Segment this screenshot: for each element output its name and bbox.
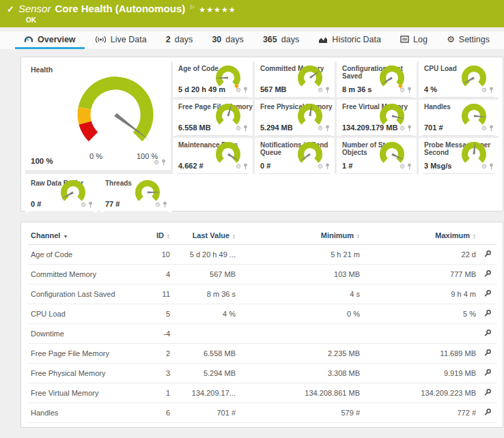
gear-icon[interactable]: ⚙ bbox=[236, 164, 241, 170]
tab-365-days[interactable]: 365days bbox=[254, 31, 308, 49]
channel-settings-button[interactable] bbox=[484, 329, 492, 337]
cell-id: 5 bbox=[143, 304, 173, 324]
gauge-value: 6.558 MB bbox=[178, 123, 211, 132]
pin-icon[interactable] bbox=[243, 87, 248, 93]
tab-log[interactable]: Log bbox=[391, 31, 436, 49]
gear-icon[interactable]: ⚙ bbox=[400, 164, 405, 170]
column-header-minimum[interactable]: Minimum▲▼ bbox=[238, 225, 363, 245]
column-header-channel[interactable]: Channel▼ bbox=[28, 225, 143, 245]
gauge-panel-maintenance-days: Maintenance Days4.662 # ⚙ bbox=[173, 138, 253, 174]
pin-icon[interactable] bbox=[325, 125, 330, 132]
wrench-icon bbox=[484, 309, 492, 317]
flag-icon[interactable]: ⚐ bbox=[189, 1, 195, 14]
gauge-value: 5 d 20 h 49 m bbox=[178, 85, 225, 93]
cell-minimum: 4 s bbox=[238, 284, 363, 304]
channel-settings-button[interactable] bbox=[484, 289, 492, 297]
gauge-value: 3 Msg/s bbox=[424, 162, 451, 170]
pin-icon[interactable] bbox=[325, 87, 330, 93]
gauge-title: Handles bbox=[424, 103, 451, 111]
status-badge: OK bbox=[7, 16, 497, 24]
gauge-title: Notifications in Send Queue bbox=[260, 141, 335, 156]
tab-live-data[interactable]: Live Data bbox=[86, 31, 156, 49]
gear-icon[interactable]: ⚙ bbox=[318, 87, 323, 93]
channel-table-card: Channel▼ID▲▼Last Value▲▼Minimum▲▼Maximum… bbox=[20, 222, 503, 428]
gauge-panel-free-virtual-memory: Free Virtual Memory134.209.179 MB ⚙ bbox=[337, 100, 417, 136]
tab-2-days[interactable]: 2days bbox=[157, 31, 201, 49]
gauge-panel-configuration-last-saved: Configuration Last Saved8 m 36 s ⚙ bbox=[337, 61, 417, 98]
gauge-title: Threads bbox=[105, 179, 132, 187]
pin-icon[interactable] bbox=[88, 201, 93, 208]
gear-icon[interactable]: ⚙ bbox=[400, 87, 405, 93]
sensor-title: Core Health (Autonomous) bbox=[55, 3, 185, 15]
gauge-title: Free Physical Memory bbox=[260, 103, 333, 111]
column-header-last_value[interactable]: Last Value▲▼ bbox=[173, 225, 238, 245]
gauge-panel-free-physical-memory: Free Physical Memory5.294 MB ⚙ bbox=[255, 100, 335, 136]
cell-last_value: 8 m 36 s bbox=[173, 284, 238, 304]
column-header-maximum[interactable]: Maximum▲▼ bbox=[363, 225, 479, 245]
channel-settings-button[interactable] bbox=[484, 368, 492, 377]
pin-icon[interactable] bbox=[489, 87, 494, 93]
tab-30-days[interactable]: 30days bbox=[203, 31, 252, 49]
gear-icon[interactable]: ⚙ bbox=[481, 164, 487, 170]
tab-number: 365 bbox=[263, 35, 277, 44]
cell-id: 3 bbox=[143, 364, 173, 383]
pin-icon[interactable] bbox=[407, 87, 412, 93]
cell-minimum: 579 # bbox=[238, 403, 363, 423]
cell-last_value bbox=[173, 324, 238, 344]
pin-icon[interactable] bbox=[325, 163, 330, 170]
pin-icon[interactable] bbox=[489, 163, 494, 170]
cell-last_value: 5 d 20 h 49 ... bbox=[173, 245, 238, 265]
wrench-icon bbox=[484, 250, 492, 258]
tab-label: Log bbox=[413, 35, 428, 44]
table-row-handles: Handles6701 #579 #772 # bbox=[28, 403, 496, 423]
pin-icon[interactable] bbox=[243, 125, 248, 132]
tab-historic-data[interactable]: Historic Data bbox=[309, 31, 390, 49]
cell-maximum: 9 h 4 m bbox=[363, 284, 479, 304]
cell-channel: Handles bbox=[28, 403, 143, 423]
gear-icon[interactable]: ⚙ bbox=[81, 202, 86, 208]
cell-id: 10 bbox=[143, 245, 173, 265]
gear-icon[interactable]: ⚙ bbox=[318, 126, 323, 132]
pin-icon[interactable] bbox=[407, 125, 412, 132]
tab-overview[interactable]: Overview bbox=[15, 31, 85, 49]
column-header-id[interactable]: ID▲▼ bbox=[143, 225, 173, 245]
channel-settings-button[interactable] bbox=[484, 250, 492, 258]
pin-icon[interactable] bbox=[161, 159, 166, 166]
channel-settings-button[interactable] bbox=[484, 309, 492, 317]
channel-settings-button[interactable] bbox=[484, 388, 492, 396]
cell-id: 4 bbox=[143, 265, 173, 284]
gauge-title: Free Page File Memory bbox=[178, 103, 253, 111]
channel-settings-button[interactable] bbox=[484, 349, 492, 357]
gear-icon[interactable]: ⚙ bbox=[318, 164, 323, 170]
gauge-panel-handles: Handles701 # ⚙ bbox=[419, 100, 499, 136]
channel-settings-button[interactable] bbox=[484, 269, 492, 278]
gear-icon[interactable]: ⚙ bbox=[236, 126, 241, 132]
tab-label: days bbox=[281, 35, 299, 44]
cell-maximum: 134.209.223 MB bbox=[363, 383, 479, 403]
cell-last_value: 701 # bbox=[173, 403, 238, 423]
cell-id: 2 bbox=[143, 344, 173, 364]
channel-table: Channel▼ID▲▼Last Value▲▼Minimum▲▼Maximum… bbox=[28, 225, 496, 428]
gear-icon[interactable]: ⚙ bbox=[481, 126, 487, 132]
cell-minimum: 0 % bbox=[238, 304, 363, 324]
gear-icon[interactable]: ⚙ bbox=[155, 202, 160, 208]
pin-icon[interactable] bbox=[489, 125, 494, 132]
gear-icon[interactable]: ⚙ bbox=[154, 160, 159, 166]
gear-icon[interactable]: ⚙ bbox=[400, 126, 405, 132]
wrench-icon bbox=[484, 329, 492, 337]
health-gauge-panel: Health 0 % 100 % 100 % ⚙ bbox=[25, 61, 171, 170]
pin-icon[interactable] bbox=[163, 201, 167, 208]
pin-icon[interactable] bbox=[407, 163, 412, 170]
table-row-free-physical-memory: Free Physical Memory35.294 MB3.308 MB9.9… bbox=[28, 364, 496, 383]
priority-stars[interactable]: ★★★★★ bbox=[199, 3, 236, 16]
pin-icon[interactable] bbox=[243, 163, 248, 170]
gauge-value: 8 m 36 s bbox=[342, 85, 372, 93]
cell-channel: Free Page File Memory bbox=[28, 344, 143, 364]
table-row-age-of-code: Age of Code105 d 20 h 49 ...5 h 21 m22 d bbox=[28, 245, 496, 265]
gear-icon[interactable]: ⚙ bbox=[481, 87, 487, 93]
table-row-cpu-load: CPU Load54 %0 %5 % bbox=[28, 304, 496, 324]
tab-settings[interactable]: ⚙Settings bbox=[438, 31, 499, 49]
gear-icon[interactable]: ⚙ bbox=[236, 87, 241, 93]
cell-last_value: 567 MB bbox=[173, 265, 238, 284]
channel-settings-button[interactable] bbox=[484, 408, 492, 416]
